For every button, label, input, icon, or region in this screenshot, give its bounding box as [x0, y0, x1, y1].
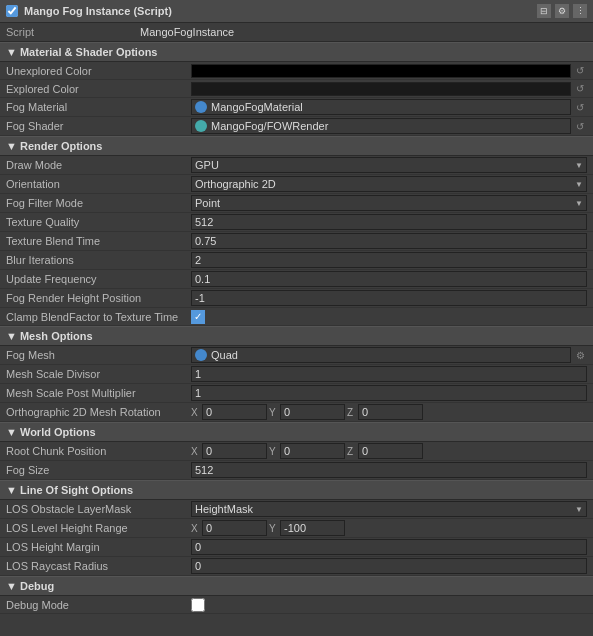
fog-size-label: Fog Size — [6, 464, 191, 476]
explored-color-label: Explored Color — [6, 83, 191, 95]
title-icons: ⊟ ⚙ ⋮ — [537, 4, 587, 18]
fog-filter-mode-text: Point — [195, 197, 220, 209]
blur-iterations-label: Blur Iterations — [6, 254, 191, 266]
prop-fog-shader: Fog Shader MangoFog/FOWRender ↺ — [0, 117, 593, 136]
fog-size-value — [191, 462, 587, 478]
clamp-blend-value: ✓ — [191, 310, 587, 324]
orientation-text: Orthographic 2D — [195, 178, 276, 190]
texture-blend-time-input[interactable] — [191, 233, 587, 249]
settings-icon[interactable]: ⚙ — [555, 4, 569, 18]
los-height-y-label: Y — [269, 523, 279, 534]
prop-los-raycast-radius: LOS Raycast Radius — [0, 557, 593, 576]
fog-render-height-label: Fog Render Height Position — [6, 292, 191, 304]
fog-render-height-input[interactable] — [191, 290, 587, 306]
fog-material-ref[interactable]: MangoFogMaterial — [191, 99, 571, 115]
prop-clamp-blend: Clamp BlendFactor to Texture Time ✓ — [0, 308, 593, 326]
texture-blend-time-label: Texture Blend Time — [6, 235, 191, 247]
fog-mesh-name: Quad — [211, 349, 238, 361]
update-frequency-label: Update Frequency — [6, 273, 191, 285]
fog-mesh-settings[interactable]: ⚙ — [573, 348, 587, 362]
fog-mesh-value: Quad ⚙ — [191, 347, 587, 363]
update-frequency-input[interactable] — [191, 271, 587, 287]
section-los-options: ▼ Line Of Sight Options — [0, 480, 593, 500]
orientation-dropdown[interactable]: Orthographic 2D ▼ — [191, 176, 587, 192]
ortho-rotation-y-label: Y — [269, 407, 279, 418]
los-raycast-radius-input[interactable] — [191, 558, 587, 574]
ortho-mesh-rotation-value: X Y Z — [191, 404, 587, 420]
root-chunk-x-input[interactable] — [202, 443, 267, 459]
los-height-y-group: Y — [269, 520, 345, 536]
debug-mode-checkbox[interactable] — [191, 598, 205, 612]
fog-material-icon — [195, 101, 207, 113]
unexplored-color-reset[interactable]: ↺ — [573, 64, 587, 78]
texture-blend-time-value — [191, 233, 587, 249]
explored-color-swatch[interactable] — [191, 82, 571, 96]
root-chunk-z-group: Z — [347, 443, 423, 459]
los-height-x-label: X — [191, 523, 201, 534]
los-level-height-range-xy: X Y — [191, 520, 587, 536]
draw-mode-dropdown[interactable]: GPU ▼ — [191, 157, 587, 173]
section-mesh-options: ▼ Mesh Options — [0, 326, 593, 346]
prop-draw-mode: Draw Mode GPU ▼ — [0, 156, 593, 175]
explored-color-value: ↺ — [191, 82, 587, 96]
section-material-shader: ▼ Material & Shader Options — [0, 42, 593, 62]
fog-filter-mode-label: Fog Filter Mode — [6, 197, 191, 209]
fog-material-reset[interactable]: ↺ — [573, 100, 587, 114]
ortho-rotation-y-input[interactable] — [280, 404, 345, 420]
prop-orientation: Orientation Orthographic 2D ▼ — [0, 175, 593, 194]
orientation-value: Orthographic 2D ▼ — [191, 176, 587, 192]
mesh-scale-divisor-input[interactable] — [191, 366, 587, 382]
los-height-y-input[interactable] — [280, 520, 345, 536]
ortho-rotation-x-input[interactable] — [202, 404, 267, 420]
fog-filter-mode-value: Point ▼ — [191, 195, 587, 211]
orientation-label: Orientation — [6, 178, 191, 190]
los-raycast-radius-value — [191, 558, 587, 574]
unexplored-color-swatch[interactable] — [191, 64, 571, 78]
draw-mode-value: GPU ▼ — [191, 157, 587, 173]
fog-mesh-label: Fog Mesh — [6, 349, 191, 361]
los-level-height-range-value: X Y — [191, 520, 587, 536]
fog-render-height-value — [191, 290, 587, 306]
title-checkbox[interactable] — [6, 5, 18, 17]
blur-iterations-input[interactable] — [191, 252, 587, 268]
ortho-rotation-z-label: Z — [347, 407, 357, 418]
fog-shader-reset[interactable]: ↺ — [573, 119, 587, 133]
los-height-margin-input[interactable] — [191, 539, 587, 555]
prop-fog-size: Fog Size — [0, 461, 593, 480]
explored-color-reset[interactable]: ↺ — [573, 82, 587, 96]
los-level-height-range-label: LOS Level Height Range — [6, 522, 191, 534]
ortho-rotation-z-input[interactable] — [358, 404, 423, 420]
root-chunk-y-label: Y — [269, 446, 279, 457]
root-chunk-y-input[interactable] — [280, 443, 345, 459]
clamp-blend-label: Clamp BlendFactor to Texture Time — [6, 311, 191, 323]
prop-root-chunk-position: Root Chunk Position X Y Z — [0, 442, 593, 461]
fog-mesh-icon — [195, 349, 207, 361]
los-obstacle-layermask-arrow: ▼ — [575, 505, 583, 514]
mesh-scale-post-value — [191, 385, 587, 401]
prop-los-level-height-range: LOS Level Height Range X Y — [0, 519, 593, 538]
clamp-blend-checkbox[interactable]: ✓ — [191, 310, 205, 324]
fog-mesh-ref[interactable]: Quad — [191, 347, 571, 363]
prop-update-frequency: Update Frequency — [0, 270, 593, 289]
los-height-x-input[interactable] — [202, 520, 267, 536]
section-world-options: ▼ World Options — [0, 422, 593, 442]
texture-quality-input[interactable] — [191, 214, 587, 230]
fog-size-input[interactable] — [191, 462, 587, 478]
bookmark-icon[interactable]: ⊟ — [537, 4, 551, 18]
texture-quality-value — [191, 214, 587, 230]
mesh-scale-post-input[interactable] — [191, 385, 587, 401]
prop-texture-quality: Texture Quality — [0, 213, 593, 232]
fog-filter-mode-dropdown[interactable]: Point ▼ — [191, 195, 587, 211]
more-icon[interactable]: ⋮ — [573, 4, 587, 18]
prop-los-obstacle-layermask: LOS Obstacle LayerMask HeightMask ▼ — [0, 500, 593, 519]
los-obstacle-layermask-label: LOS Obstacle LayerMask — [6, 503, 191, 515]
ortho-mesh-rotation-label: Orthographic 2D Mesh Rotation — [6, 406, 191, 418]
blur-iterations-value — [191, 252, 587, 268]
prop-texture-blend-time: Texture Blend Time — [0, 232, 593, 251]
prop-debug-mode: Debug Mode — [0, 596, 593, 614]
los-height-margin-label: LOS Height Margin — [6, 541, 191, 553]
los-obstacle-layermask-dropdown[interactable]: HeightMask ▼ — [191, 501, 587, 517]
prop-los-height-margin: LOS Height Margin — [0, 538, 593, 557]
root-chunk-z-input[interactable] — [358, 443, 423, 459]
fog-shader-ref[interactable]: MangoFog/FOWRender — [191, 118, 571, 134]
